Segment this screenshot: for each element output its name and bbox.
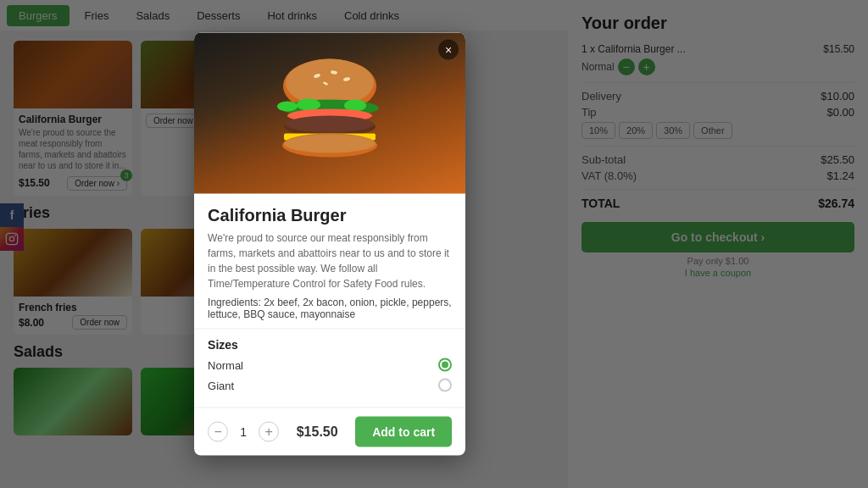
modal-description: We're proud to source our meat responsib… (208, 230, 452, 291)
modal-close-btn[interactable]: × (438, 40, 459, 60)
modal-footer: − 1 + $15.50 Add to cart (194, 408, 465, 456)
stepper-minus-btn[interactable]: − (208, 422, 228, 442)
size-giant[interactable]: Giant (208, 379, 452, 392)
svg-point-4 (286, 59, 374, 107)
size-giant-label: Giant (208, 379, 234, 391)
stepper-value: 1 (235, 425, 252, 439)
burger-svg (262, 46, 398, 181)
svg-point-11 (297, 99, 320, 111)
radio-inner-normal (442, 362, 448, 369)
size-normal[interactable]: Normal (208, 358, 452, 372)
product-modal: × California Burger We're proud to sourc… (194, 33, 465, 456)
size-normal-radio[interactable] (438, 358, 452, 372)
add-to-cart-btn[interactable]: Add to cart (355, 417, 452, 447)
modal-title: California Burger (208, 206, 452, 225)
sizes-title: Sizes (208, 338, 452, 352)
quantity-stepper: − 1 + (208, 422, 279, 442)
modal-body: California Burger We're proud to source … (194, 194, 465, 320)
size-normal-label: Normal (208, 358, 243, 371)
modal-price: $15.50 (297, 424, 338, 440)
sizes-section: Sizes Normal Giant (194, 329, 465, 408)
size-giant-radio[interactable] (438, 379, 452, 392)
stepper-plus-btn[interactable]: + (259, 422, 279, 442)
modal-image: × (194, 33, 465, 194)
svg-point-15 (286, 116, 374, 133)
svg-point-18 (284, 135, 376, 153)
modal-ingredients: Ingredients: 2x beef, 2x bacon, onion, p… (208, 297, 452, 320)
svg-point-10 (277, 102, 298, 112)
